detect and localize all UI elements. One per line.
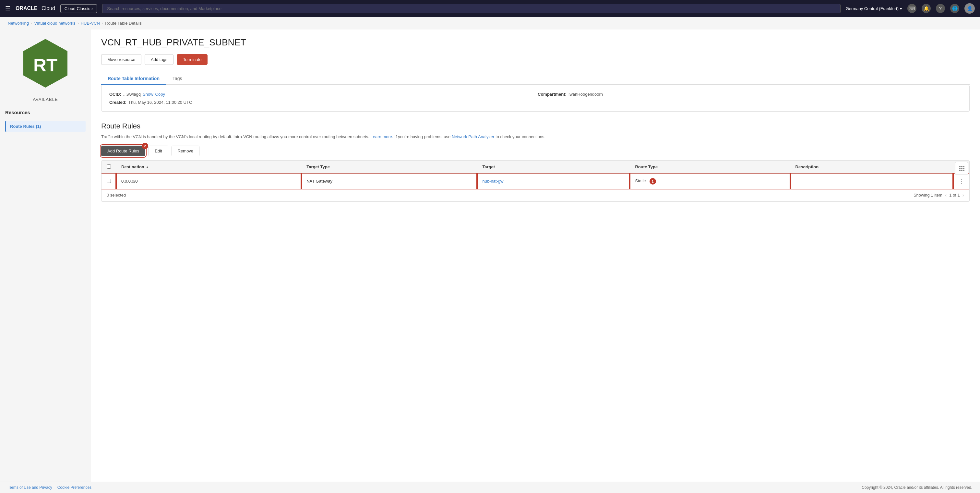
footer-links: Terms of Use and Privacy Cookie Preferen…	[8, 485, 91, 490]
grid-settings-icon	[958, 165, 965, 172]
ocid-label: OCID:	[109, 92, 121, 97]
svg-rect-9	[961, 170, 963, 171]
breadcrumb-networking[interactable]: Networking	[8, 21, 29, 25]
route-rules-description: Traffic within the VCN is handled by the…	[101, 134, 970, 140]
resource-status: AVAILABLE	[5, 97, 86, 102]
add-route-rules-button[interactable]: Add Route Rules 2	[101, 146, 145, 156]
svg-rect-4	[963, 166, 964, 167]
remove-button[interactable]: Remove	[172, 146, 199, 156]
description-column-header: Description	[790, 161, 953, 174]
svg-rect-8	[959, 170, 961, 171]
svg-rect-10	[963, 170, 964, 171]
row-checkbox[interactable]	[107, 179, 111, 183]
created-value: Thu, May 16, 2024, 11:00:20 UTC	[129, 100, 192, 105]
table-row: 0.0.0.0/0 NAT Gateway hub-nat-gw Static …	[102, 173, 969, 189]
table-controls: Add Route Rules 2 Edit Remove	[101, 146, 970, 156]
breadcrumb-current: Route Table Details	[105, 21, 142, 25]
ocid-copy-link[interactable]: Copy	[155, 92, 165, 97]
row-menu-cell: ⋮	[953, 173, 969, 189]
info-grid: OCID: ...wwlagq Show Copy Created: Thu, …	[109, 92, 961, 105]
created-label: Created:	[109, 100, 126, 105]
top-navigation: ☰ ORACLE Cloud Cloud Classic › Germany C…	[0, 0, 980, 17]
breadcrumb-hub-vcn[interactable]: HUB-VCN	[81, 21, 100, 25]
destination-cell: 0.0.0.0/0	[116, 173, 301, 189]
route-rules-title: Route Rules	[101, 122, 970, 130]
table-header-row: Destination ▲ Target Type Target Route T…	[102, 161, 969, 174]
svg-rect-2	[959, 166, 961, 167]
breadcrumb-sep-2: ›	[77, 21, 78, 25]
svg-rect-6	[961, 168, 963, 169]
svg-rect-5	[959, 168, 961, 169]
network-path-analyzer-link[interactable]: Network Path Analyzer	[452, 134, 495, 139]
target-column-header: Target	[477, 161, 630, 174]
route-table-hexagon-icon: RT	[19, 37, 72, 89]
cookie-preferences-link[interactable]: Cookie Preferences	[57, 485, 91, 490]
selected-count: 0 selected	[107, 192, 126, 197]
edit-button[interactable]: Edit	[148, 146, 168, 156]
action-buttons: Move resource Add tags Terminate	[101, 54, 970, 65]
columns-settings-button[interactable]	[955, 162, 968, 175]
target-type-cell: NAT Gateway	[301, 173, 477, 189]
compartment-value: IwanHoogendoorn	[568, 92, 603, 97]
table-footer: 0 selected Showing 1 item ‹ 1 of 1 ›	[102, 189, 969, 201]
move-resource-button[interactable]: Move resource	[101, 54, 142, 65]
terms-link[interactable]: Terms of Use and Privacy	[8, 485, 52, 490]
row-route-type-badge: 1	[649, 178, 656, 184]
rt-icon-container: RT	[5, 37, 86, 94]
global-search-input[interactable]	[102, 4, 840, 13]
breadcrumb-sep-3: ›	[102, 21, 103, 25]
row-checkbox-cell	[102, 173, 116, 189]
compartment-row: Compartment: IwanHoogendoorn	[538, 92, 961, 105]
breadcrumb: Networking › Virtual cloud networks › HU…	[0, 17, 980, 30]
ocid-value: ...wwlagq	[123, 92, 141, 97]
target-cell: hub-nat-gw	[477, 173, 630, 189]
user-avatar[interactable]: 👤	[964, 3, 975, 14]
sidebar-item-route-rules[interactable]: Route Rules (1)	[5, 121, 86, 132]
page-footer: Terms of Use and Privacy Cookie Preferen…	[0, 482, 980, 493]
target-link[interactable]: hub-nat-gw	[482, 179, 503, 184]
tab-tags[interactable]: Tags	[166, 73, 189, 85]
add-tags-button[interactable]: Add tags	[145, 54, 173, 65]
learn-more-link[interactable]: Learn more.	[371, 134, 393, 139]
ocid-row: OCID: ...wwlagq Show Copy Created: Thu, …	[109, 92, 533, 105]
terminate-button[interactable]: Terminate	[177, 54, 208, 65]
pagination: Showing 1 item ‹ 1 of 1 ›	[913, 192, 964, 198]
description-cell	[790, 173, 953, 189]
tabs-container: Route Table Information Tags	[101, 73, 970, 85]
destination-sort-arrow: ▲	[146, 165, 149, 169]
cloud-classic-button[interactable]: Cloud Classic ›	[60, 4, 97, 13]
svg-rect-3	[961, 166, 963, 167]
ocid-show-link[interactable]: Show	[143, 92, 153, 97]
route-rules-table-wrapper: Destination ▲ Target Type Target Route T…	[101, 160, 970, 202]
tab-route-table-information[interactable]: Route Table Information	[101, 73, 166, 85]
add-route-rules-badge: 2	[142, 143, 148, 149]
row-actions-menu[interactable]: ⋮	[958, 178, 964, 184]
notifications-icon[interactable]: 🔔	[922, 4, 931, 13]
select-all-checkbox[interactable]	[107, 164, 111, 169]
route-type-cell: Static 1	[630, 173, 790, 189]
resources-section-title: Resources	[5, 110, 86, 118]
showing-label: Showing 1 item	[913, 192, 942, 197]
breadcrumb-sep-1: ›	[31, 21, 32, 25]
page-info: 1 of 1	[949, 192, 960, 197]
breadcrumb-vcn[interactable]: Virtual cloud networks	[34, 21, 75, 25]
language-icon[interactable]: 🌐	[950, 4, 959, 13]
route-rules-table: Destination ▲ Target Type Target Route T…	[102, 161, 969, 189]
prev-page-button[interactable]: ‹	[945, 192, 947, 198]
page-title: VCN_RT_HUB_PRIVATE_SUBNET	[101, 37, 970, 48]
help-icon[interactable]: ?	[936, 4, 945, 13]
dev-tools-icon[interactable]: ⌨	[907, 4, 916, 13]
next-page-button[interactable]: ›	[963, 192, 964, 198]
oracle-logo: ORACLE Cloud	[16, 5, 55, 11]
left-panel: RT AVAILABLE Resources Route Rules (1)	[0, 30, 91, 482]
copyright-text: Copyright © 2024, Oracle and/or its affi…	[862, 485, 972, 490]
nav-right-section: Germany Central (Frankfurt) ▾ ⌨ 🔔 ? 🌐 👤	[846, 3, 975, 14]
hamburger-menu-icon[interactable]: ☰	[5, 5, 10, 12]
svg-text:RT: RT	[33, 55, 58, 75]
region-selector[interactable]: Germany Central (Frankfurt) ▾	[846, 6, 902, 11]
destination-column-header[interactable]: Destination ▲	[116, 161, 301, 174]
target-type-column-header: Target Type	[301, 161, 477, 174]
info-panel: OCID: ...wwlagq Show Copy Created: Thu, …	[101, 85, 970, 111]
route-type-column-header: Route Type	[630, 161, 790, 174]
main-content: VCN_RT_HUB_PRIVATE_SUBNET Move resource …	[91, 30, 980, 482]
